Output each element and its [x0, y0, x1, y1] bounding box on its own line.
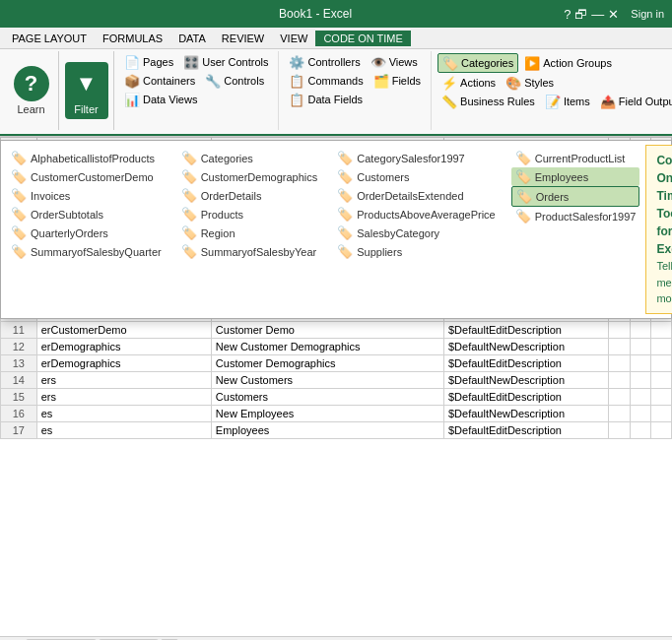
dropdown-item-invoices[interactable]: 🏷️Invoices [7, 186, 166, 205]
menu-item-formulas[interactable]: FORMULAS [95, 31, 170, 46]
action-groups-button[interactable]: ▶️ Action Groups [520, 53, 616, 73]
dropdown-item-products[interactable]: 🏷️Products [177, 205, 322, 224]
dropdown-item-order-extended[interactable]: 🏷️OrderDetailsExtended [333, 186, 499, 205]
table-cell[interactable] [630, 372, 650, 389]
dropdown-item-summary-year[interactable]: 🏷️SummaryofSalesbyYear [177, 242, 322, 261]
filter-button[interactable]: ▼ Filter [65, 62, 108, 119]
styles-icon: 🎨 [505, 75, 521, 91]
table-cell[interactable]: New Customer Demographics [211, 339, 443, 355]
controls-button[interactable]: 🔧 Controls [201, 72, 268, 90]
signin-button[interactable]: Sign in [631, 8, 664, 20]
dropdown-item-products-above[interactable]: 🏷️ProductsAboveAveragePrice [333, 205, 499, 224]
tell-me-more-link[interactable]: Tell me more [656, 260, 672, 304]
table-cell[interactable]: Customer Demo [211, 322, 443, 339]
table-cell[interactable]: erDemographics [36, 355, 211, 372]
dropdown-item-categories[interactable]: 🏷️Categories [177, 149, 322, 167]
table-cell[interactable] [651, 355, 672, 372]
dropdown-item-employees[interactable]: 🏷️Employees [511, 167, 640, 186]
table-cell[interactable]: $DefaultEditDescription [444, 322, 609, 339]
table-cell[interactable]: Employees [211, 422, 443, 439]
table-cell[interactable] [651, 422, 672, 439]
views-button[interactable]: 👁️ Views [367, 53, 422, 71]
dropdown-item-sales-category[interactable]: 🏷️SalesbyCategory [333, 224, 499, 242]
user-controls-button[interactable]: 🎛️ User Controls [179, 53, 272, 71]
table-cell[interactable] [651, 339, 672, 355]
dropdown-item-suppliers[interactable]: 🏷️Suppliers [333, 242, 499, 261]
table-cell[interactable]: ers [36, 389, 211, 406]
dropdown-item-customers[interactable]: 🏷️Customers [333, 167, 499, 186]
learn-button[interactable]: ? Learn [14, 66, 49, 115]
dropdown-item-current-product[interactable]: 🏷️CurrentProductList [511, 149, 640, 167]
table-cell[interactable] [608, 355, 630, 372]
dropdown-item-product-sales[interactable]: 🏷️ProductSalesfor1997 [511, 207, 640, 225]
table-cell[interactable] [630, 422, 650, 439]
menu-item-code-on-time[interactable]: CODE ON TIME [315, 31, 410, 46]
categories-button[interactable]: 🏷️ Categories [437, 53, 518, 73]
restore-button[interactable]: 🗗 [574, 7, 587, 22]
dropdown-item-category-sales[interactable]: 🏷️CategorySalesfor1997 [333, 149, 499, 167]
business-rules-button[interactable]: 📏 Business Rules [437, 93, 539, 110]
containers-button[interactable]: 📦 Containers [120, 72, 199, 90]
dropdown-item-alphabetical[interactable]: 🏷️AlphabeticallistofProducts [7, 149, 166, 167]
table-cell[interactable]: $DefaultNewDescription [444, 339, 609, 355]
pages-button[interactable]: 📄 Pages [120, 53, 177, 71]
table-cell[interactable]: New Customers [211, 372, 443, 389]
actions-icon: ⚡ [441, 75, 457, 91]
table-cell[interactable]: $DefaultNewDescription [444, 372, 609, 389]
table-cell[interactable] [651, 389, 672, 406]
user-controls-icon: 🎛️ [183, 54, 199, 70]
controllers-button[interactable]: ⚙️ Controllers [285, 53, 364, 71]
commands-button[interactable]: 📋 Commands [285, 72, 367, 90]
menu-item-data[interactable]: DATA [170, 31, 214, 46]
menu-item-page-layout[interactable]: PAGE LAYOUT [4, 31, 95, 46]
table-cell[interactable] [608, 406, 630, 422]
field-outputs-button[interactable]: 📤 Field Outputs [596, 93, 672, 110]
help-button[interactable]: ? [564, 7, 571, 22]
table-cell[interactable] [651, 406, 672, 422]
table-cell[interactable]: es [36, 406, 211, 422]
table-cell[interactable] [630, 389, 650, 406]
table-cell[interactable]: ers [36, 372, 211, 389]
styles-button[interactable]: 🎨 Styles [502, 74, 558, 92]
menu-item-review[interactable]: REVIEW [214, 31, 272, 46]
dropdown-item-quarterly[interactable]: 🏷️QuarterlyOrders [7, 224, 166, 242]
table-cell[interactable]: Customer Demographics [211, 355, 443, 372]
dropdown-item-order-subtotals[interactable]: 🏷️OrderSubtotals [7, 205, 166, 224]
dropdown-item-order-details[interactable]: 🏷️OrderDetails [177, 186, 322, 205]
table-cell[interactable] [651, 322, 672, 339]
table-cell[interactable]: erDemographics [36, 339, 211, 355]
dropdown-item-orders[interactable]: 🏷️Orders [511, 186, 640, 207]
table-cell[interactable]: es [36, 422, 211, 439]
table-cell[interactable] [651, 372, 672, 389]
table-cell[interactable] [608, 372, 630, 389]
table-cell[interactable] [608, 339, 630, 355]
table-cell[interactable]: erCustomerDemo [36, 322, 211, 339]
table-cell[interactable]: $DefaultEditDescription [444, 355, 609, 372]
dropdown-item-summary-quarter[interactable]: 🏷️SummaryofSalesbyQuarter [7, 242, 166, 261]
table-cell[interactable] [630, 322, 650, 339]
table-cell[interactable]: $DefaultEditDescription [444, 389, 609, 406]
table-cell[interactable]: Customers [211, 389, 443, 406]
table-cell[interactable] [608, 322, 630, 339]
minimize-button[interactable]: — [591, 7, 604, 22]
categories-dropdown: 🏷️AlphabeticallistofProducts 🏷️CustomerC… [0, 140, 672, 319]
close-button[interactable]: ✕ [608, 7, 619, 22]
table-cell[interactable]: $DefaultEditDescription [444, 422, 609, 439]
table-cell[interactable] [630, 355, 650, 372]
data-views-button[interactable]: 📊 Data Views [120, 91, 201, 108]
table-cell[interactable]: New Employees [211, 406, 443, 422]
dropdown-item-customer-demo[interactable]: 🏷️CustomerCustomerDemo [7, 167, 166, 186]
items-button[interactable]: 📝 Items [541, 93, 594, 110]
table-cell[interactable] [608, 422, 630, 439]
table-cell[interactable] [630, 339, 650, 355]
data-fields-button[interactable]: 📋 Data Fields [285, 91, 367, 108]
table-cell[interactable] [630, 406, 650, 422]
fields-button[interactable]: 🗂️ Fields [370, 72, 425, 90]
ribbon-group-2: ⚙️ Controllers 👁️ Views 📋 Commands 🗂️ Fi… [279, 51, 432, 130]
table-cell[interactable]: $DefaultNewDescription [444, 406, 609, 422]
menu-item-view[interactable]: VIEW [272, 31, 315, 46]
table-cell[interactable] [608, 389, 630, 406]
dropdown-item-customer-demographics[interactable]: 🏷️CustomerDemographics [177, 167, 322, 186]
dropdown-item-region[interactable]: 🏷️Region [177, 224, 322, 242]
actions-button[interactable]: ⚡ Actions [437, 74, 500, 92]
